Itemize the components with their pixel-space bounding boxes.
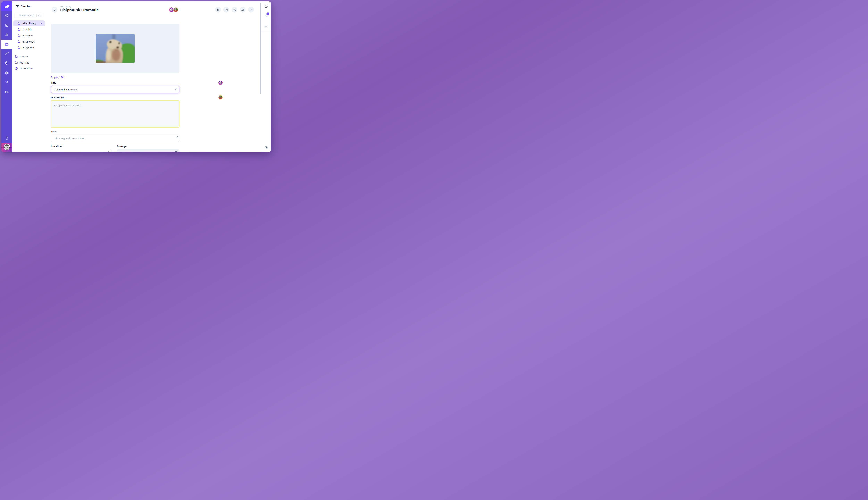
file-preview-panel[interactable] — [51, 24, 179, 73]
location-pin-icon — [107, 151, 110, 152]
module-help[interactable] — [1, 58, 12, 68]
module-bar — [1, 1, 12, 152]
users-icon — [5, 33, 9, 37]
storage-input — [117, 149, 179, 152]
sidebar-item-all-files[interactable]: All Files — [14, 55, 28, 58]
module-search[interactable] — [1, 77, 12, 87]
info-sidebar-button[interactable] — [261, 1, 271, 11]
desktop-background: Directus ⌘K File Library 1. Public 2. Pr… — [0, 0, 272, 153]
description-label: Description — [51, 96, 65, 99]
tune-sliders-icon — [241, 8, 244, 11]
project-name: Directus — [21, 4, 31, 8]
title-input[interactable]: Chipmunk Dramatic T — [51, 86, 179, 93]
notifications-bell-icon — [5, 136, 9, 140]
replace-file-link[interactable]: Replace File — [51, 76, 65, 79]
vertical-scrollbar[interactable] — [260, 3, 261, 94]
folder-star-icon — [18, 22, 21, 25]
app-window: Directus ⌘K File Library 1. Public 2. Pr… — [1, 1, 271, 152]
project-switcher[interactable]: Directus — [12, 1, 45, 10]
tags-label: Tags — [51, 130, 57, 133]
notification-count-badge: 1 — [266, 12, 270, 15]
title-field-presence-avatar — [218, 81, 222, 85]
sidebar-item-label: File Library — [23, 22, 36, 25]
move-to-folder-icon — [225, 8, 228, 11]
main-content: File Library Chipmunk Dramatic — [45, 1, 261, 152]
folder-item-public[interactable]: 1. Public — [18, 28, 32, 31]
text-caret — [77, 88, 77, 91]
storage-label: Storage — [117, 145, 127, 148]
folder-icon — [18, 40, 21, 43]
folder-person-icon — [14, 61, 18, 64]
folder-label: 3. Uploads — [23, 40, 35, 43]
module-insights[interactable] — [1, 49, 12, 58]
module-users[interactable] — [1, 30, 12, 39]
sidebar-item-file-library[interactable]: File Library — [13, 21, 45, 26]
editor-icon — [5, 23, 9, 27]
breadcrumb[interactable]: File Library — [60, 5, 71, 8]
arrow-left-icon — [53, 8, 56, 11]
presence-avatar-chipmunk — [173, 8, 178, 12]
nav-sidebar: Directus ⌘K File Library 1. Public 2. Pr… — [12, 1, 45, 152]
folder-item-system[interactable]: 4. System — [18, 46, 34, 49]
folder-label: 2. Private — [23, 34, 33, 37]
back-button[interactable] — [52, 7, 57, 13]
search-icon — [5, 80, 9, 84]
module-interpreter[interactable] — [1, 88, 12, 96]
search-shortcut-badge: ⌘K — [36, 14, 42, 17]
folder-item-uploads[interactable]: 3. Uploads — [18, 40, 35, 43]
download-icon — [233, 8, 236, 11]
history-icon — [14, 67, 18, 70]
file-library-folder-icon — [5, 42, 9, 46]
description-textarea[interactable] — [51, 100, 179, 128]
storage-icon — [175, 151, 177, 152]
global-search-input[interactable] — [19, 14, 36, 17]
tag-icon — [174, 137, 177, 140]
directus-logo-button[interactable] — [1, 1, 12, 11]
info-icon — [264, 4, 268, 8]
save-check-icon — [249, 8, 253, 11]
sidebar-item-label: Recent Files — [20, 67, 34, 70]
sidebar-item-my-files[interactable]: My Files — [14, 61, 29, 64]
move-to-folder-button[interactable] — [223, 7, 229, 13]
save-button[interactable] — [248, 7, 254, 13]
settings-gear-icon — [5, 71, 9, 75]
activity-sidebar-button[interactable] — [261, 142, 271, 152]
chevron-down-icon[interactable] — [40, 22, 43, 25]
global-search[interactable]: ⌘K — [14, 13, 43, 18]
rabbit-icon — [4, 3, 10, 9]
delete-trash-icon — [216, 8, 220, 11]
sidebar-item-recent-files[interactable]: Recent Files — [14, 67, 34, 70]
folder-icon — [18, 34, 21, 37]
delete-button[interactable] — [215, 7, 221, 13]
module-file-library[interactable] — [1, 39, 12, 49]
revisions-sidebar-button[interactable] — [261, 11, 271, 21]
edit-settings-button[interactable] — [240, 7, 245, 13]
download-button[interactable] — [231, 7, 238, 13]
folder-item-private[interactable]: 2. Private — [18, 34, 33, 37]
tags-input[interactable] — [51, 135, 179, 142]
content-cube-icon — [5, 13, 9, 18]
insights-icon — [5, 52, 9, 56]
file-preview-image — [96, 34, 135, 63]
folder-label: 4. System — [23, 46, 34, 49]
module-settings[interactable] — [1, 68, 12, 77]
location-input[interactable] — [51, 149, 112, 152]
module-editor[interactable] — [1, 21, 12, 30]
user-avatar[interactable] — [1, 143, 12, 152]
folder-icon — [18, 46, 21, 49]
comments-bubble-icon — [264, 24, 268, 28]
notifications-bell-button[interactable] — [1, 134, 12, 143]
diamond-icon — [16, 4, 19, 8]
module-content[interactable] — [1, 11, 12, 20]
folder-icon — [18, 28, 21, 31]
location-label: Location — [51, 145, 62, 148]
comments-sidebar-button[interactable] — [261, 21, 271, 31]
activity-clipboard-clock-icon — [264, 145, 268, 149]
copy-files-icon — [14, 55, 18, 58]
sidebar-item-label: All Files — [20, 55, 28, 58]
title-input-value: Chipmunk Dramatic — [54, 88, 77, 91]
user-face-sticker — [2, 143, 11, 152]
title-format-icon: T — [175, 88, 176, 91]
help-icon — [5, 61, 9, 65]
page-title: Chipmunk Dramatic — [60, 8, 99, 12]
